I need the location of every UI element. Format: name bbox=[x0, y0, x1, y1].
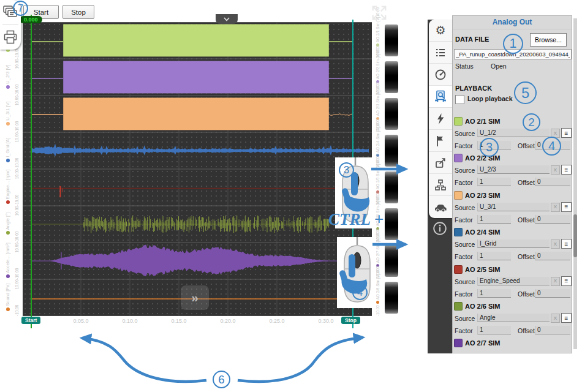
ao-color-swatch bbox=[454, 117, 463, 126]
offset-input[interactable] bbox=[535, 289, 570, 298]
offset-input[interactable] bbox=[535, 252, 570, 260]
browse-button[interactable]: Browse... bbox=[530, 33, 567, 47]
annotation-circle-5: 5 bbox=[514, 81, 537, 104]
mode-tab-vehicle[interactable] bbox=[429, 196, 452, 218]
channel-list-button[interactable]: ≡ bbox=[561, 239, 572, 249]
factor-input[interactable] bbox=[477, 178, 511, 186]
source-label: Source bbox=[455, 315, 475, 322]
cursor-value-badge: 0.000 bbox=[20, 16, 42, 23]
mode-tab-replay-mode[interactable] bbox=[429, 86, 452, 108]
print-icon[interactable] bbox=[0, 25, 21, 50]
clear-source-button[interactable]: X bbox=[551, 203, 560, 212]
factor-input[interactable] bbox=[477, 326, 511, 334]
status-value: Open bbox=[491, 62, 507, 70]
offset-label: Offset bbox=[518, 253, 535, 260]
mode-tab-channel-list[interactable] bbox=[429, 42, 452, 64]
annotation-circle-4: 4 bbox=[542, 137, 561, 156]
ao-color-swatch bbox=[454, 228, 463, 236]
channel-name-3: U_3/1 [V] bbox=[4, 96, 12, 132]
stop-button[interactable]: Stop bbox=[62, 5, 94, 19]
ao-output-meter-1 bbox=[385, 24, 398, 56]
ao-title: AO 2/7 SIM bbox=[465, 339, 500, 347]
source-input[interactable] bbox=[477, 239, 550, 248]
channel-color-dot bbox=[6, 159, 10, 162]
loop-playback-checkbox[interactable] bbox=[455, 95, 464, 104]
loop-playback-label: Loop playback bbox=[467, 95, 513, 102]
waveform-3 bbox=[32, 98, 353, 130]
factor-input[interactable] bbox=[477, 252, 511, 260]
channel-color-dot bbox=[6, 85, 10, 89]
time-tick-label: 0:25.0 bbox=[263, 318, 290, 324]
ao-title: AO 2/3 SIM bbox=[465, 192, 500, 199]
channel-name-5: Engine... [rpm] bbox=[4, 169, 12, 206]
factor-label: Factor bbox=[455, 290, 473, 298]
arrow-to-start-badge bbox=[82, 338, 206, 382]
collapse-handle-tab[interactable] bbox=[216, 14, 238, 24]
ao-output-meter-2 bbox=[385, 61, 398, 93]
info-icon[interactable] bbox=[432, 221, 449, 238]
factor-label: Factor bbox=[455, 327, 473, 334]
waveform-plot[interactable] bbox=[23, 22, 372, 316]
mode-tab-trigger[interactable] bbox=[429, 108, 452, 130]
scrollbar-thumb[interactable] bbox=[573, 214, 577, 257]
clear-source-button[interactable]: X bbox=[551, 239, 560, 249]
channel-color-dot bbox=[6, 231, 10, 235]
channel-color-dot bbox=[6, 274, 10, 278]
waveform-5 bbox=[32, 186, 353, 197]
source-input[interactable] bbox=[477, 129, 550, 137]
start-cursor-line[interactable] bbox=[31, 15, 32, 328]
annotation-circle-1: 1 bbox=[503, 34, 523, 54]
source-input[interactable] bbox=[477, 165, 550, 174]
data-file-label: DATA FILE bbox=[455, 36, 489, 43]
offset-label: Offset bbox=[518, 327, 535, 334]
channel-scale-3: -10.0010.00 bbox=[14, 96, 20, 132]
waveform-canvas bbox=[23, 22, 372, 316]
mode-tab-flag-marker[interactable] bbox=[429, 130, 452, 152]
mode-tab-measure-gauge[interactable] bbox=[429, 64, 452, 86]
clear-source-button[interactable]: X bbox=[551, 314, 560, 323]
channel-list-button[interactable]: ≡ bbox=[561, 313, 572, 323]
dewesoft-analog-out-screen: Start Stop 0.000 Start Stop » U_1/2 [V]-… bbox=[0, 0, 582, 392]
channel-scale-6: -10.0010.00 bbox=[14, 206, 20, 243]
fullscreen-expand-icon[interactable] bbox=[370, 4, 388, 22]
mode-tab-settings[interactable]: ⚙ bbox=[429, 20, 452, 42]
offset-input[interactable] bbox=[535, 326, 570, 334]
offset-label: Offset bbox=[518, 142, 535, 149]
mode-toolbar: ⚙ bbox=[429, 20, 452, 218]
offset-input[interactable] bbox=[535, 215, 570, 224]
channel-name-2: U_2/3 [V] bbox=[4, 59, 12, 96]
mode-tab-export[interactable] bbox=[429, 152, 452, 174]
clear-source-button[interactable]: X bbox=[551, 165, 560, 175]
channel-list-button[interactable]: ≡ bbox=[561, 202, 572, 212]
ao-title: AO 2/4 SIM bbox=[465, 228, 500, 236]
panel-scrollbar[interactable] bbox=[573, 18, 577, 349]
annotation-circle-3: 3 bbox=[339, 162, 354, 178]
time-tick-label: 0:10.0 bbox=[116, 318, 143, 324]
waveform-7 bbox=[32, 245, 353, 276]
source-input[interactable] bbox=[477, 203, 550, 211]
offset-input[interactable] bbox=[535, 178, 570, 186]
factor-input[interactable] bbox=[477, 215, 511, 224]
channel-list-button[interactable]: ≡ bbox=[561, 128, 572, 138]
channel-name-8: Sound [Pa] bbox=[4, 279, 12, 316]
stop-time-badge[interactable]: Stop bbox=[341, 317, 360, 324]
channel-scale-7: -10.0010.00 bbox=[14, 243, 20, 279]
channel-list-button[interactable]: ≡ bbox=[561, 276, 572, 286]
factor-input[interactable] bbox=[477, 289, 511, 298]
waveform-1 bbox=[32, 24, 353, 57]
ao-output-meter-7 bbox=[385, 245, 398, 277]
annotation-circle-7: 7 bbox=[13, 1, 28, 16]
start-time-badge[interactable]: Start bbox=[21, 317, 40, 324]
source-input[interactable] bbox=[477, 314, 550, 322]
playback-label: PLAYBACK bbox=[455, 85, 492, 92]
time-tick-label: 0:30.0 bbox=[312, 318, 339, 324]
time-tick-label: 0:15.0 bbox=[165, 318, 192, 324]
clear-source-button[interactable]: X bbox=[551, 277, 560, 286]
channel-list-button[interactable]: ≡ bbox=[561, 165, 572, 175]
ao-color-swatch bbox=[454, 302, 463, 311]
channel-scale-8: -10.0010.00 bbox=[14, 279, 20, 316]
mode-tab-network-tree[interactable] bbox=[429, 174, 452, 196]
factor-label: Factor bbox=[455, 216, 473, 224]
source-input[interactable] bbox=[477, 277, 550, 285]
skip-forward-button[interactable]: » bbox=[181, 285, 209, 310]
